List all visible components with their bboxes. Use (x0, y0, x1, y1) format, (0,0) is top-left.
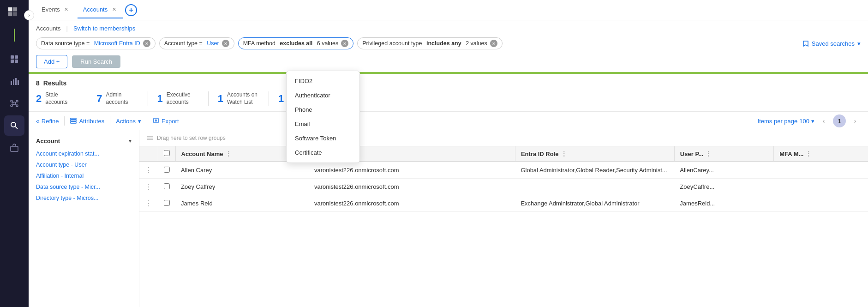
col-menu-account-name[interactable]: ⋮ (225, 150, 232, 157)
table-row: ⋮ Zoey Caffrey varonistest226.onmicrosof… (139, 179, 868, 195)
row-drag-3[interactable]: ⋮ (139, 195, 158, 212)
row-domain-3: varonistest226.onmicrosoft.com (309, 195, 515, 212)
row-check-2[interactable] (158, 179, 175, 195)
breadcrumb-accounts[interactable]: Accounts (36, 25, 60, 32)
col-menu-mfa-m[interactable]: ⋮ (805, 150, 812, 157)
run-search-button[interactable]: Run Search (72, 55, 120, 68)
row-drag-2[interactable]: ⋮ (139, 179, 158, 195)
col-header-entra-id-role: Entra ID Role ⋮ (515, 146, 674, 162)
results-table-area: Drag here to set row groups Account Name (139, 130, 868, 307)
mfa-dropdown-menu: FIDO2 Authenticator Phone Email Software… (286, 71, 360, 163)
row-checkbox-1[interactable] (164, 167, 170, 173)
col-header-user-p: User P... ⋮ (674, 146, 773, 162)
switch-to-memberships-link[interactable]: Switch to memberships (73, 25, 135, 32)
stat-admin[interactable]: 7 Admin accounts (87, 91, 148, 106)
row-account-name-1: Allen Carey (175, 162, 309, 179)
attributes-button[interactable]: Attributes (70, 117, 104, 125)
row-mfa-m-3 (774, 195, 868, 212)
mfa-option-fido2[interactable]: FIDO2 (287, 74, 359, 88)
results-area: 8 Results (29, 74, 868, 90)
tab-events[interactable]: Events ✕ (36, 2, 76, 18)
drag-hint-icon (147, 135, 153, 141)
prev-page-button[interactable]: ‹ (818, 115, 829, 126)
drag-hint: Drag here to set row groups (139, 130, 868, 146)
tab-add-button[interactable]: + (125, 4, 137, 16)
mfa-option-certificate[interactable]: Certificate (287, 145, 359, 160)
items-per-page-selector[interactable]: Items per page 100 ▾ (758, 118, 814, 125)
panel-section-account[interactable]: Account ▾ (29, 134, 139, 148)
row-checkbox-2[interactable] (164, 183, 170, 189)
col-menu-user-p[interactable]: ⋮ (705, 150, 712, 157)
filter-chip-mfa-method[interactable]: MFA method excludes all 6 values ✕ (238, 37, 354, 49)
filter-remove-3[interactable]: ✕ (341, 40, 348, 47)
filter-chip-data-source: Data source type = Microsoft Entra ID ✕ (36, 37, 156, 49)
sidebar-item-graph[interactable] (4, 93, 24, 114)
panel-link-account-type[interactable]: Account type - User (29, 159, 139, 170)
toolbar-divider-1 (64, 116, 65, 126)
svg-point-21 (11, 122, 16, 127)
next-page-button[interactable]: › (850, 115, 861, 126)
row-checkbox-3[interactable] (164, 200, 170, 206)
mfa-option-phone[interactable]: Phone (287, 102, 359, 117)
tab-accounts-close[interactable]: ✕ (110, 6, 118, 13)
panel-link-expiration[interactable]: Account expiration stat... (29, 148, 139, 159)
sidebar: › (0, 0, 29, 307)
add-button[interactable]: Add + (36, 55, 67, 68)
actions-label: Actions (116, 118, 136, 125)
table-header-row: Account Name ⋮ Domain ⋮ (139, 146, 868, 162)
table-row: ⋮ Allen Carey varonistest226.onmicrosoft… (139, 162, 868, 179)
stats-row: 2 Stale accounts 7 Admin accounts 1 Exec… (29, 90, 868, 111)
row-account-name-2: Zoey Caffrey (175, 179, 309, 195)
refine-label: Refine (42, 118, 59, 125)
svg-rect-10 (15, 78, 17, 85)
row-drag-1[interactable]: ⋮ (139, 162, 158, 179)
filter-remove-4[interactable]: ✕ (490, 40, 497, 47)
tab-events-close[interactable]: ✕ (63, 6, 70, 13)
filter-suffix-3: 6 values (315, 40, 338, 47)
stat-executive[interactable]: 1 Executive accounts (148, 91, 209, 106)
mfa-option-software-token[interactable]: Software Token (287, 131, 359, 145)
filter-remove-1[interactable]: ✕ (143, 40, 150, 47)
export-label: Export (162, 118, 179, 125)
mfa-option-email[interactable]: Email (287, 117, 359, 131)
attributes-label: Attributes (79, 118, 104, 125)
filter-remove-2[interactable]: ✕ (222, 40, 229, 47)
stat-stale-number: 2 (36, 93, 42, 105)
col-drag (139, 146, 158, 162)
sidebar-item-analytics[interactable] (4, 71, 24, 91)
row-mfa-m-2 (774, 179, 868, 195)
row-entra-role-3: Exchange Administrator,Global Administra… (515, 195, 674, 212)
svg-line-19 (12, 104, 13, 105)
refine-button[interactable]: « Refine (36, 117, 59, 125)
svg-rect-5 (15, 55, 18, 59)
export-icon (153, 117, 159, 125)
col-select-all[interactable] (158, 146, 175, 162)
results-count: 8 (36, 79, 40, 87)
mfa-option-authenticator[interactable]: Authenticator (287, 88, 359, 102)
sidebar-item-search[interactable] (4, 115, 24, 136)
sidebar-item-home[interactable] (4, 49, 24, 69)
filter-prefix-3: MFA method (243, 40, 277, 47)
panel-link-affiliation[interactable]: Affiliation - Internal (29, 170, 139, 181)
actions-chevron: ▾ (138, 118, 141, 125)
stat-stale[interactable]: 2 Stale accounts (36, 91, 87, 106)
export-button[interactable]: Export (153, 117, 179, 125)
sidebar-item-cases[interactable] (4, 138, 24, 158)
saved-searches-button[interactable]: Saved searches ▾ (802, 40, 861, 47)
row-check-3[interactable] (158, 195, 175, 212)
stat-watchlist[interactable]: 1 Accounts on Watch List (209, 91, 269, 106)
sidebar-expand-button[interactable]: › (24, 10, 34, 20)
actions-button[interactable]: Actions ▾ (116, 118, 141, 125)
svg-point-15 (11, 105, 12, 107)
filter-bar: Data source type = Microsoft Entra ID ✕ … (29, 35, 868, 52)
col-menu-entra-id-role[interactable]: ⋮ (561, 150, 567, 157)
row-check-1[interactable] (158, 162, 175, 179)
panel-link-directory[interactable]: Directory type - Micros... (29, 193, 139, 204)
col-label-mfa-m: MFA M... (779, 150, 803, 157)
svg-rect-9 (13, 79, 14, 85)
tab-accounts[interactable]: Accounts ✕ (78, 2, 123, 18)
select-all-checkbox[interactable] (164, 150, 170, 156)
panel-link-data-source[interactable]: Data source type - Micr... (29, 181, 139, 193)
items-per-page-value: 100 (799, 118, 809, 125)
filter-chip-privileged: Privileged account type includes any 2 v… (357, 37, 502, 49)
